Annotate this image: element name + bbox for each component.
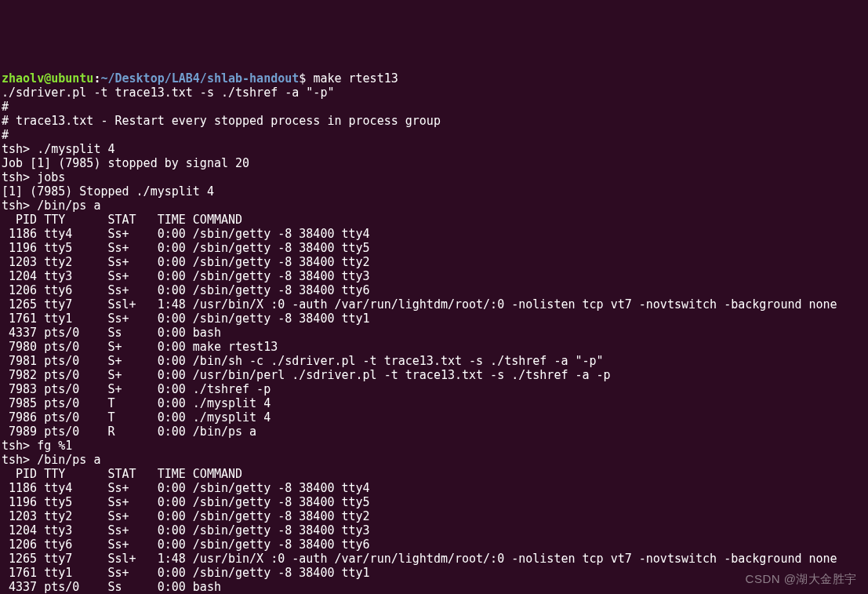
output-line: tsh> /bin/ps a (2, 199, 100, 213)
ps-row: 1206 tty6 Ss+ 0:00 /sbin/getty -8 38400 … (2, 538, 370, 552)
output-line: tsh> /bin/ps a (2, 453, 100, 467)
ps-row: 1204 tty3 Ss+ 0:00 /sbin/getty -8 38400 … (2, 523, 370, 538)
output-line: # trace13.txt - Restart every stopped pr… (2, 114, 441, 128)
ps-header: PID TTY STAT TIME COMMAND (2, 213, 242, 227)
ps-row: 7980 pts/0 S+ 0:00 make rtest13 (2, 340, 278, 354)
ps-header: PID TTY STAT TIME COMMAND (2, 467, 242, 481)
terminal[interactable]: zhaolv@ubuntu:~/Desktop/LAB4/shlab-hando… (0, 56, 868, 594)
output-line: Job [1] (7985) stopped by signal 20 (2, 156, 249, 170)
ps-row: 1203 tty2 Ss+ 0:00 /sbin/getty -8 38400 … (2, 255, 370, 269)
prompt-path: ~/Desktop/LAB4/shlab-handout (100, 71, 299, 86)
prompt-user-host: zhaolv@ubuntu (2, 71, 93, 86)
output-line: # (2, 128, 9, 142)
ps-row: 1265 tty7 Ssl+ 1:48 /usr/bin/X :0 -auth … (2, 297, 837, 312)
ps-row: 1196 tty5 Ss+ 0:00 /sbin/getty -8 38400 … (2, 241, 370, 255)
ps-row: 1186 tty4 Ss+ 0:00 /sbin/getty -8 38400 … (2, 481, 370, 495)
ps-row: 1186 tty4 Ss+ 0:00 /sbin/getty -8 38400 … (2, 227, 370, 241)
prompt-dollar: $ (299, 71, 313, 86)
ps-row: 1265 tty7 Ssl+ 1:48 /usr/bin/X :0 -auth … (2, 552, 837, 566)
ps-row: 7981 pts/0 S+ 0:00 /bin/sh -c ./sdriver.… (2, 354, 604, 368)
ps-row: 4337 pts/0 Ss 0:00 bash (2, 580, 221, 594)
ps-row: 1204 tty3 Ss+ 0:00 /sbin/getty -8 38400 … (2, 269, 370, 283)
watermark: CSDN @湖大金胜宇 (746, 572, 857, 586)
output-line: tsh> ./mysplit 4 (2, 142, 115, 156)
ps-row: 1761 tty1 Ss+ 0:00 /sbin/getty -8 38400 … (2, 312, 370, 326)
ps-row: 4337 pts/0 Ss 0:00 bash (2, 326, 221, 340)
output-line: tsh> fg %1 (2, 439, 72, 453)
ps-row: 1196 tty5 Ss+ 0:00 /sbin/getty -8 38400 … (2, 495, 370, 509)
output-line: [1] (7985) Stopped ./mysplit 4 (2, 184, 214, 199)
ps-row: 1206 tty6 Ss+ 0:00 /sbin/getty -8 38400 … (2, 283, 370, 297)
ps-row: 1761 tty1 Ss+ 0:00 /sbin/getty -8 38400 … (2, 566, 370, 580)
output-line: tsh> jobs (2, 170, 65, 184)
shell-command: make rtest13 (313, 71, 398, 86)
ps-row: 7989 pts/0 R 0:00 /bin/ps a (2, 425, 256, 439)
output-line: ./sdriver.pl -t trace13.txt -s ./tshref … (2, 86, 334, 100)
ps-row: 7982 pts/0 S+ 0:00 /usr/bin/perl ./sdriv… (2, 368, 611, 382)
ps-row: 7983 pts/0 S+ 0:00 ./tshref -p (2, 382, 271, 396)
ps-row: 1203 tty2 Ss+ 0:00 /sbin/getty -8 38400 … (2, 509, 370, 523)
output-line: # (2, 100, 9, 114)
ps-row: 7986 pts/0 T 0:00 ./mysplit 4 (2, 410, 271, 425)
ps-row: 7985 pts/0 T 0:00 ./mysplit 4 (2, 396, 271, 410)
